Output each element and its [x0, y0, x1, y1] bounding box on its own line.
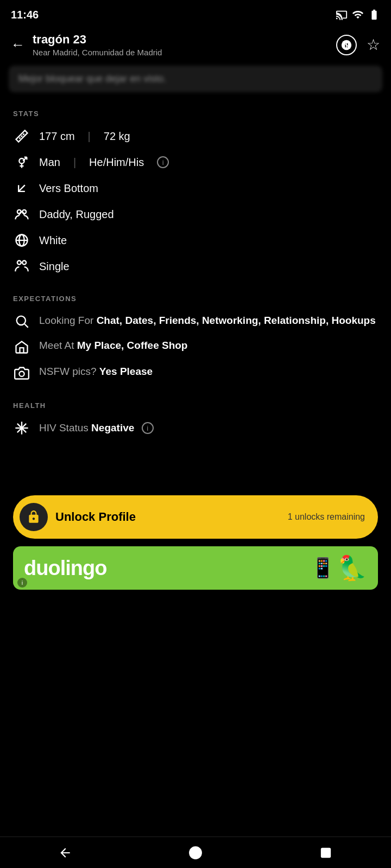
- pronouns-info-icon[interactable]: i: [157, 156, 169, 168]
- hiv-row: HIV Status Negative i: [0, 415, 391, 441]
- lock-icon-circle: [20, 503, 48, 531]
- svg-rect-28: [321, 847, 331, 857]
- gender-icon: [13, 155, 30, 170]
- relationship-icon: [13, 259, 30, 274]
- block-button[interactable]: [336, 35, 357, 55]
- hiv-value: Negative: [91, 422, 134, 433]
- unlock-profile-button[interactable]: Unlock Profile 1 unlocks remaining: [13, 495, 378, 539]
- header-left: ← tragón 23 Near Madrid, Comunidad de Ma…: [11, 33, 162, 57]
- meet-at-value: My Place, Coffee Shop: [77, 340, 188, 351]
- ethnicity-value: White: [39, 234, 67, 247]
- home-icon: [13, 340, 30, 355]
- header: ← tragón 23 Near Madrid, Comunidad de Ma…: [0, 27, 391, 66]
- svg-point-17: [17, 261, 21, 265]
- unlock-remaining: 1 unlocks remaining: [288, 512, 365, 522]
- profile-location: Near Madrid, Comunidad de Madrid: [33, 48, 162, 57]
- profile-title-group: tragón 23 Near Madrid, Comunidad de Madr…: [33, 33, 162, 57]
- favorite-button[interactable]: ☆: [367, 36, 380, 54]
- profile-name: tragón 23: [33, 33, 162, 47]
- relationship-value: Single: [39, 260, 70, 273]
- wifi-icon: [352, 9, 364, 21]
- height-weight-row: 177 cm | 72 kg: [0, 123, 391, 149]
- duolingo-mascots: 📱 🦜: [311, 554, 367, 582]
- ad-info-icon[interactable]: i: [17, 578, 27, 588]
- svg-line-11: [18, 185, 25, 192]
- nsfw-value: Yes Please: [99, 366, 153, 377]
- unlock-btn-left: Unlock Profile: [20, 503, 136, 531]
- ethnicity-icon: [13, 233, 30, 248]
- blur-banner: Mejor bloquear que dejar en visto.: [9, 66, 382, 92]
- cast-icon: [336, 9, 348, 21]
- tribe-icon: [13, 207, 30, 222]
- ethnicity-row: White: [0, 227, 391, 253]
- header-right: ☆: [336, 35, 380, 55]
- looking-for-value: Chat, Dates, Friends, Networking, Relati…: [97, 315, 376, 326]
- svg-point-20: [17, 316, 26, 325]
- meet-at-label: Meet At: [39, 340, 74, 351]
- svg-line-4: [23, 133, 24, 135]
- hiv-info-icon[interactable]: i: [142, 422, 154, 434]
- block-icon: [341, 40, 352, 50]
- ruler-icon: [13, 129, 30, 144]
- ad-section: duolingo 📱 🦜 i: [0, 546, 391, 595]
- pronouns-value: He/Him/His: [89, 156, 144, 169]
- svg-line-3: [21, 136, 22, 137]
- svg-point-18: [22, 261, 26, 265]
- height-value: 177 cm: [39, 130, 75, 143]
- nav-home-button[interactable]: [182, 839, 209, 866]
- status-time: 11:46: [11, 9, 39, 21]
- hiv-label: HIV Status: [39, 422, 89, 433]
- gender-value: Man: [39, 156, 60, 169]
- position-value: Vers Bottom: [39, 182, 98, 195]
- nav-back-button[interactable]: [52, 839, 79, 866]
- search-icon: [13, 314, 30, 329]
- looking-for-label: Looking For: [39, 315, 93, 326]
- tribe-row: Daddy, Rugged: [0, 201, 391, 227]
- duolingo-ad[interactable]: duolingo 📱 🦜 i: [13, 546, 378, 590]
- nsfw-text: NSFW pics? Yes Please: [39, 366, 153, 378]
- unlock-section: Unlock Profile 1 unlocks remaining: [0, 484, 391, 546]
- position-row: Vers Bottom: [0, 175, 391, 201]
- battery-icon: [368, 9, 380, 21]
- svg-line-2: [19, 137, 20, 138]
- stats-section-label: STATS: [0, 103, 391, 123]
- bottom-navigation: [0, 837, 391, 868]
- status-bar: 11:46: [0, 0, 391, 27]
- unlock-label: Unlock Profile: [55, 510, 136, 524]
- looking-for-text: Looking For Chat, Dates, Friends, Networ…: [39, 314, 376, 328]
- position-icon: [13, 181, 30, 196]
- looking-for-row: Looking For Chat, Dates, Friends, Networ…: [0, 308, 391, 334]
- camera-icon: [13, 366, 30, 381]
- hiv-text: HIV Status Negative i: [39, 422, 154, 435]
- lock-icon: [27, 510, 41, 524]
- expectations-section-label: EXPECTATIONS: [0, 288, 391, 308]
- meet-at-row: Meet At My Place, Coffee Shop: [0, 334, 391, 360]
- meet-at-text: Meet At My Place, Coffee Shop: [39, 340, 187, 352]
- nav-recents-button[interactable]: [312, 839, 339, 866]
- relationship-row: Single: [0, 253, 391, 279]
- hiv-icon: [13, 420, 30, 436]
- health-section-label: HEALTH: [0, 395, 391, 415]
- nsfw-label: NSFW pics?: [39, 366, 97, 377]
- svg-point-22: [19, 372, 24, 376]
- weight-value: 72 kg: [104, 130, 130, 143]
- status-icons: [336, 9, 380, 21]
- tribe-value: Daddy, Rugged: [39, 208, 114, 221]
- back-button[interactable]: ←: [11, 36, 25, 53]
- svg-point-27: [189, 846, 202, 859]
- nsfw-row: NSFW pics? Yes Please: [0, 360, 391, 386]
- gender-row: Man | He/Him/His i: [0, 149, 391, 175]
- duolingo-brand: duolingo: [24, 557, 106, 580]
- svg-line-21: [24, 324, 28, 327]
